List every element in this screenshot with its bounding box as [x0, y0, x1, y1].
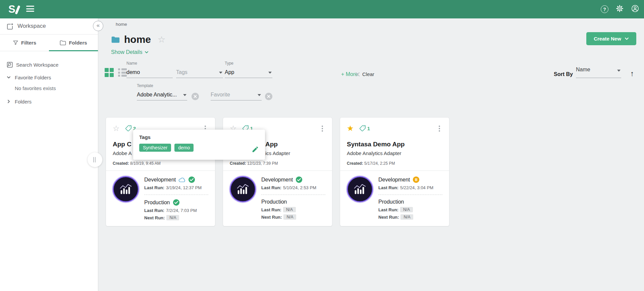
app-header: S ?	[0, 0, 644, 18]
success-check-icon	[188, 176, 195, 183]
card-tags-indicator[interactable]: 1	[359, 125, 370, 132]
type-filter-dropdown[interactable]: Type App	[225, 60, 272, 78]
sort-direction-ascending-icon[interactable]: ↑	[630, 69, 634, 78]
app-chart-icon	[230, 176, 256, 202]
folders-label: Folders	[15, 99, 32, 104]
tag-chip: Synthesizer	[139, 144, 171, 152]
sort-by-label: Sort By	[554, 71, 573, 77]
collapse-sidebar-button[interactable]: «	[93, 21, 103, 31]
card-created: Created: 5/17/24, 2:25 PM	[347, 161, 442, 166]
show-details-link[interactable]: Show Details	[111, 49, 149, 55]
environment-label: Development	[144, 177, 176, 183]
create-new-button[interactable]: Create New	[586, 32, 636, 45]
x-icon	[355, 72, 360, 77]
sort-by-dropdown[interactable]: Name	[576, 65, 621, 78]
tab-folders[interactable]: Folders	[49, 34, 98, 51]
tag-chip: demo	[174, 144, 194, 152]
na-badge: N/A	[400, 207, 413, 212]
cloud-icon	[178, 177, 185, 183]
type-filter-label: Type	[225, 61, 233, 66]
dev-last-run: Last Run: 3/19/24, 12:37 PM	[144, 185, 208, 190]
prod-last-run: Last Run: N/A	[261, 207, 325, 212]
card-created: Created: 8/10/19, 9:45 AM	[113, 161, 208, 166]
new-workspace-icon[interactable]	[6, 23, 14, 30]
dev-last-run: Last Run: 5/22/24, 3:04 PM	[378, 185, 442, 190]
hamburger-menu-icon[interactable]	[26, 6, 34, 13]
folder-outline-icon	[60, 40, 66, 46]
workspace-header: Workspace	[0, 18, 98, 34]
chevron-right-icon	[7, 99, 10, 103]
prod-next-run: Next Run: N/A	[378, 214, 442, 220]
favorite-filter-dropdown[interactable]: Favorite	[211, 83, 262, 100]
account-icon[interactable]	[631, 4, 639, 14]
environment-label: Development	[378, 177, 410, 183]
card-title: Syntasa Demo App	[347, 140, 442, 148]
edit-tags-pencil-icon[interactable]	[252, 146, 259, 154]
tag-icon	[359, 125, 366, 132]
breadcrumb[interactable]: home	[116, 22, 127, 27]
sidebar-tabs: Filters Folders	[0, 34, 98, 51]
na-badge: N/A	[283, 207, 296, 212]
card-subtitle: ics Adapter	[265, 150, 325, 157]
tags-popup-title: Tags	[139, 134, 259, 140]
chevron-down-icon	[7, 76, 11, 79]
favorite-folders-label: Favorite Folders	[15, 75, 51, 80]
card-star-icon-filled[interactable]: ★	[347, 125, 354, 132]
app-chart-icon	[347, 176, 373, 202]
favorite-star-icon[interactable]: ☆	[158, 34, 165, 45]
card-menu-kebab[interactable]	[319, 125, 325, 132]
tab-filters[interactable]: Filters	[0, 34, 49, 51]
card-title: App	[265, 140, 325, 148]
tags-tooltip-popup: Tags Synthesizer demo	[133, 130, 265, 160]
environment-label: Development	[261, 177, 293, 183]
na-badge: N/A	[166, 215, 179, 220]
x-icon	[194, 95, 197, 98]
caret-down-icon	[617, 70, 621, 72]
paused-status-icon	[413, 176, 420, 183]
clear-template-filter-button[interactable]	[192, 93, 199, 100]
success-check-icon	[296, 176, 303, 183]
template-filter-label: Template	[137, 83, 153, 88]
caret-down-icon	[183, 94, 186, 96]
list-view-toggle[interactable]	[118, 68, 127, 77]
dev-last-run: Last Run: 5/10/24, 2:53 PM	[261, 185, 325, 190]
folder-icon	[111, 36, 120, 44]
search-workspace-label: Search Workspace	[16, 62, 58, 68]
divider	[261, 195, 325, 195]
grid-view-toggle[interactable]	[105, 68, 114, 77]
na-badge: N/A	[400, 214, 413, 220]
prod-last-run: Last Run: 7/2/24, 7:03 PM	[144, 208, 208, 213]
logo-slash-mark	[15, 5, 20, 14]
settings-gear-icon[interactable]	[616, 5, 624, 14]
template-filter-dropdown[interactable]: Template Adobe Analytic...	[137, 83, 187, 100]
sidebar-resize-handle[interactable]	[88, 152, 102, 167]
card-star-icon[interactable]: ☆	[113, 125, 120, 132]
funnel-icon	[13, 40, 18, 46]
environment-label: Production	[144, 200, 170, 206]
divider	[378, 195, 442, 195]
caret-down-icon	[268, 72, 272, 74]
divider	[144, 195, 208, 195]
workspace-sidebar: Workspace Filters Folders Search Workspa…	[0, 18, 98, 291]
no-favorites-text: No favorites exists	[15, 85, 56, 91]
environment-label: Production	[378, 199, 404, 205]
chevron-down-icon	[625, 37, 629, 40]
clear-filters-link[interactable]: Clear	[355, 71, 374, 77]
card-subtitle: Adobe Analytics Adapter	[347, 150, 442, 157]
chevron-down-icon	[145, 51, 149, 54]
card-created: Created: 12/1/23, 7:39 PM	[230, 161, 325, 166]
app-card[interactable]: ★ 1 Syntasa Demo App Adobe Analytics Ada…	[340, 117, 449, 226]
name-filter-input[interactable]: Name demo	[126, 60, 173, 78]
page-title: home	[124, 34, 151, 45]
syntasa-logo: S	[8, 3, 19, 15]
search-workspace-icon	[6, 61, 13, 68]
environment-label: Production	[261, 199, 287, 205]
help-icon[interactable]: ?	[601, 5, 608, 13]
x-icon	[267, 95, 270, 98]
card-menu-kebab[interactable]	[436, 125, 442, 132]
clear-favorite-filter-button[interactable]	[265, 93, 272, 100]
caret-down-icon	[258, 94, 261, 96]
prod-last-run: Last Run: N/A	[378, 207, 442, 212]
logo-text: S	[8, 3, 15, 15]
tags-filter-dropdown[interactable]: Tags	[176, 60, 223, 78]
